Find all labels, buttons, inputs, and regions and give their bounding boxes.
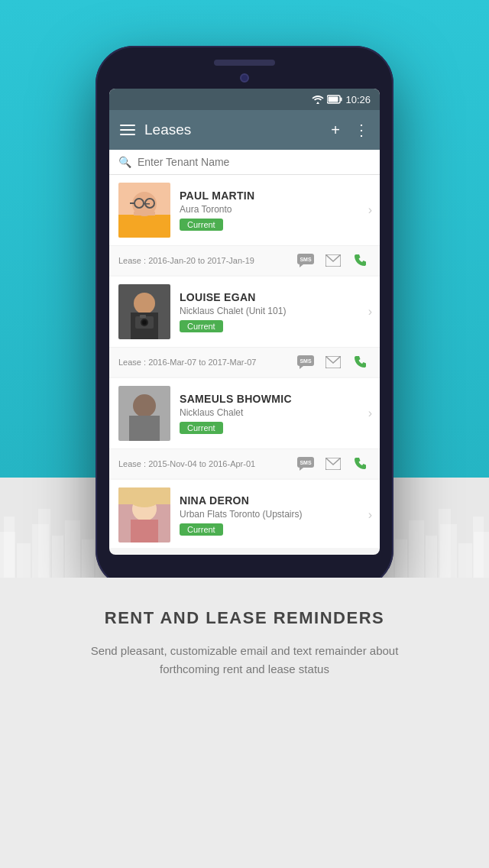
sms-button[interactable]: SMS [296, 352, 316, 372]
svg-rect-1 [4, 517, 15, 578]
bottom-section: RENT AND LEASE REMINDERS Send pleasant, … [0, 578, 489, 868]
lease-info: LOUISE EGAN Nicklaus Chalet (Unit 101) C… [180, 284, 371, 339]
svg-rect-10 [395, 539, 407, 578]
svg-rect-7 [82, 539, 94, 578]
search-bar: 🔍 [109, 150, 380, 175]
property-name: Urban Flats Toronto (Upstairs) [180, 509, 371, 520]
svg-rect-5 [52, 536, 63, 578]
svg-rect-24 [134, 212, 155, 215]
menu-button[interactable] [120, 125, 135, 135]
lease-info: SAMEULS BHOWMIC Nicklaus Chalet Current [180, 386, 371, 441]
sms-button[interactable]: SMS [296, 251, 316, 270]
svg-rect-6 [65, 520, 80, 578]
search-input[interactable] [138, 156, 371, 168]
svg-rect-11 [409, 520, 424, 578]
svg-marker-41 [300, 366, 303, 369]
page-title: Leases [144, 121, 322, 138]
chevron-right-icon: › [368, 406, 372, 420]
tenant-avatar [118, 487, 170, 542]
svg-rect-39 [140, 315, 146, 318]
svg-point-34 [134, 293, 155, 314]
action-icons: SMS [296, 352, 371, 372]
action-icons: SMS [296, 454, 371, 474]
status-badge: Current [180, 523, 223, 536]
svg-marker-48 [300, 468, 303, 471]
chevron-right-icon: › [368, 203, 372, 217]
lease-date: Lease : 2016-Mar-07 to 2017-Mar-07 [118, 358, 256, 367]
phone-camera [240, 73, 249, 83]
sms-button[interactable]: SMS [296, 454, 316, 474]
svg-rect-19 [341, 98, 342, 102]
lease-item: PAUL MARTIN Aura Toronto Current › Lease… [109, 175, 380, 275]
call-button[interactable] [351, 352, 371, 372]
lease-info: PAUL MARTIN Aura Toronto Current [180, 183, 371, 238]
action-icons: SMS [296, 251, 371, 270]
svg-rect-2 [17, 543, 31, 578]
chevron-right-icon: › [368, 305, 372, 319]
lease-main-row[interactable]: LOUISE EGAN Nicklaus Chalet (Unit 101) C… [109, 277, 380, 347]
svg-rect-15 [458, 543, 472, 578]
svg-rect-46 [129, 416, 160, 441]
app-toolbar: Leases + ⋮ [109, 110, 380, 150]
bottom-title: RENT AND LEASE REMINDERS [105, 608, 384, 628]
battery-icon [327, 95, 342, 104]
svg-text:SMS: SMS [300, 257, 312, 262]
add-button[interactable]: + [331, 122, 340, 138]
call-button[interactable] [351, 251, 371, 270]
status-time: 10:26 [345, 94, 371, 105]
svg-rect-17 [474, 532, 489, 578]
tenant-name: LOUISE EGAN [180, 291, 371, 303]
phone-speaker [214, 60, 275, 66]
svg-rect-55 [131, 520, 158, 542]
svg-marker-30 [300, 264, 303, 267]
tenant-name: NINA DERON [180, 494, 371, 507]
lease-item: LOUISE EGAN Nicklaus Chalet (Unit 101) C… [109, 277, 380, 377]
phone-shell: 10:26 Leases + ⋮ 🔍 [96, 46, 393, 588]
city-buildings-left [0, 501, 107, 578]
svg-text:SMS: SMS [300, 358, 312, 364]
tenant-avatar [118, 284, 170, 339]
svg-text:SMS: SMS [300, 460, 312, 465]
status-icons: 10:26 [312, 94, 371, 105]
svg-rect-12 [426, 536, 437, 578]
lease-info: NINA DERON Urban Flats Toronto (Upstairs… [180, 487, 371, 542]
lease-main-row[interactable]: NINA DERON Urban Flats Toronto (Upstairs… [109, 480, 380, 548]
status-badge: Current [180, 320, 223, 332]
status-badge: Current [180, 219, 223, 231]
svg-rect-20 [329, 97, 338, 102]
property-name: Nicklaus Chalet [180, 407, 371, 418]
svg-rect-22 [118, 215, 170, 238]
phone-screen: 10:26 Leases + ⋮ 🔍 [109, 89, 380, 555]
tenant-name: SAMEULS BHOWMIC [180, 393, 371, 405]
lease-footer: Lease : 2015-Nov-04 to 2016-Apr-01 SMS [109, 449, 380, 478]
tenant-name: PAUL MARTIN [180, 189, 371, 202]
lease-footer: Lease : 2016-Jan-20 to 2017-Jan-19 SMS [109, 245, 380, 275]
lease-item: NINA DERON Urban Flats Toronto (Upstairs… [109, 480, 380, 548]
lease-date: Lease : 2015-Nov-04 to 2016-Apr-01 [118, 459, 255, 468]
more-button[interactable]: ⋮ [354, 122, 369, 138]
svg-point-38 [142, 320, 147, 325]
tenant-avatar [118, 386, 170, 441]
search-icon: 🔍 [118, 156, 131, 168]
property-name: Nicklaus Chalet (Unit 101) [180, 306, 371, 316]
toolbar-actions: + ⋮ [331, 122, 369, 138]
email-button[interactable] [323, 352, 343, 372]
chevron-right-icon: › [368, 508, 372, 522]
property-name: Aura Toronto [180, 204, 371, 215]
lease-footer: Lease : 2016-Mar-07 to 2017-Mar-07 SMS [109, 347, 380, 377]
status-bar: 10:26 [109, 89, 380, 110]
lease-main-row[interactable]: SAMEULS BHOWMIC Nicklaus Chalet Current … [109, 378, 380, 449]
svg-rect-14 [440, 524, 457, 578]
lease-item: SAMEULS BHOWMIC Nicklaus Chalet Current … [109, 378, 380, 478]
lease-main-row[interactable]: PAUL MARTIN Aura Toronto Current › [109, 175, 380, 245]
status-badge: Current [180, 422, 223, 434]
svg-point-45 [133, 394, 156, 417]
city-buildings-right [382, 501, 489, 578]
tenant-avatar [118, 183, 170, 238]
bottom-description: Send pleasant, customizable email and te… [61, 642, 428, 679]
lease-date: Lease : 2016-Jan-20 to 2017-Jan-19 [118, 256, 254, 265]
call-button[interactable] [351, 454, 371, 474]
svg-rect-4 [38, 509, 50, 578]
email-button[interactable] [323, 454, 343, 474]
email-button[interactable] [323, 251, 343, 270]
